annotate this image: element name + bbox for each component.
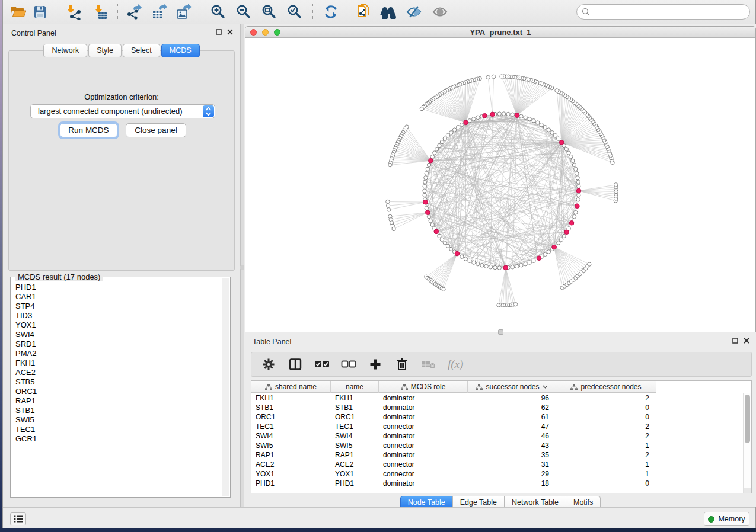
export-image-icon[interactable]: [173, 2, 193, 22]
mcds-panel: Optimization criterion: largest connecte…: [8, 50, 235, 271]
network-graph[interactable]: [245, 38, 755, 332]
search-network-icon[interactable]: [378, 2, 398, 22]
cell-name: RAP1: [331, 450, 379, 460]
export-network-icon[interactable]: [123, 2, 143, 22]
delete-columns-icon[interactable]: [394, 357, 410, 372]
close-panel-icon[interactable]: [744, 338, 749, 344]
save-session-icon[interactable]: [30, 2, 50, 22]
mcds-result-list[interactable]: PHD1CAR1STP4TID3YOX1SWI4SRD1PMA2FKH1ACE2…: [11, 280, 222, 496]
shared-column-icon: [570, 384, 578, 390]
table-row[interactable]: SWI5SWI5connector431: [251, 441, 743, 450]
column-header-shared-name[interactable]: shared name: [251, 381, 331, 393]
search-box[interactable]: [576, 4, 750, 20]
table-header-row: shared namenameMCDS rolesuccessor nodesp…: [251, 381, 656, 393]
open-session-icon[interactable]: [8, 2, 28, 22]
mcds-result-item[interactable]: PMA2: [15, 349, 222, 358]
table-row[interactable]: YOX1YOX1connector291: [251, 469, 743, 479]
mcds-result-item[interactable]: GCR1: [15, 434, 222, 444]
add-column-icon[interactable]: [368, 357, 383, 372]
network-window-title: YPA_prune.txt_1: [245, 28, 755, 37]
table-row[interactable]: ACE2ACE2connector311: [251, 460, 743, 469]
table-row[interactable]: FKH1FKH1dominator962: [251, 393, 743, 403]
column-header-successor-nodes[interactable]: successor nodes: [468, 381, 556, 393]
mcds-result-item[interactable]: ACE2: [15, 368, 222, 377]
zoom-out-icon[interactable]: [234, 2, 254, 22]
table-row[interactable]: STB1STB1dominator620: [251, 403, 743, 412]
mcds-result-item[interactable]: STP4: [15, 302, 222, 311]
table-settings-icon[interactable]: [261, 357, 276, 372]
mcds-result-item[interactable]: SRD1: [15, 339, 222, 349]
tab-style[interactable]: Style: [88, 44, 122, 57]
cell-predecessor_nodes: 0: [556, 412, 656, 422]
horizontal-divider-grip[interactable]: [498, 329, 503, 335]
cell-name: TEC1: [331, 422, 379, 431]
export-table-icon[interactable]: [149, 2, 169, 22]
cell-mcds_role: connector: [379, 469, 468, 479]
import-table-icon[interactable]: [91, 2, 111, 22]
shared-column-icon: [265, 384, 272, 390]
tab-select[interactable]: Select: [123, 44, 160, 57]
cell-mcds_role: dominator: [379, 393, 468, 403]
memory-button[interactable]: Memory: [704, 512, 749, 526]
zoom-in-icon[interactable]: [208, 2, 228, 22]
mcds-result-item[interactable]: SWI5: [15, 415, 222, 425]
cytoscape-window: Control Panel NetworkStyleSelectMCDS Opt…: [2, 0, 756, 528]
cell-predecessor_nodes: 0: [556, 403, 656, 412]
mcds-result-item[interactable]: RAP1: [15, 396, 222, 406]
column-header-name[interactable]: name: [331, 381, 379, 393]
mcds-result-scrollbar[interactable]: [222, 278, 229, 496]
table-row[interactable]: TEC1TEC1connector472: [251, 422, 743, 431]
mcds-result-item[interactable]: STB1: [15, 406, 222, 415]
clone-network-icon[interactable]: [353, 2, 374, 22]
column-header-predecessor-nodes[interactable]: predecessor nodes: [556, 381, 656, 393]
refresh-view-icon[interactable]: [321, 2, 341, 22]
cell-name: ORC1: [331, 412, 379, 422]
tab-network[interactable]: Network: [43, 44, 87, 57]
cell-successor_nodes: 47: [468, 422, 556, 431]
toolbar-separator: [117, 4, 118, 20]
mcds-result-item[interactable]: TID3: [15, 311, 222, 321]
close-panel-icon[interactable]: [227, 29, 233, 35]
cell-successor_nodes: 29: [468, 469, 556, 479]
zoom-selected-icon[interactable]: [285, 2, 305, 22]
cell-name: FKH1: [331, 393, 379, 403]
cell-predecessor_nodes: 2: [556, 422, 656, 431]
table-row[interactable]: PHD1PHD1dominator180: [251, 479, 743, 488]
mcds-result-item[interactable]: ORC1: [15, 387, 222, 396]
import-network-icon[interactable]: [64, 2, 84, 22]
column-label: name: [346, 383, 363, 391]
cell-shared_name: TEC1: [251, 422, 331, 431]
close-panel-button[interactable]: Close panel: [126, 123, 186, 137]
mcds-result-item[interactable]: YOX1: [15, 321, 222, 330]
network-view-window: YPA_prune.txt_1: [245, 26, 756, 332]
float-panel-icon[interactable]: [216, 29, 222, 35]
show-panels-icon[interactable]: [430, 2, 450, 22]
run-mcds-button[interactable]: Run MCDS: [60, 123, 117, 137]
table-row[interactable]: RAP1RAP1dominator352: [251, 450, 743, 460]
zoom-fit-icon[interactable]: [259, 2, 279, 22]
mcds-result-item[interactable]: PHD1: [15, 283, 222, 292]
select-all-rows-icon[interactable]: [314, 357, 330, 372]
cell-successor_nodes: 31: [468, 460, 556, 469]
tab-mcds[interactable]: MCDS: [161, 44, 200, 57]
task-history-button[interactable]: [10, 512, 26, 525]
network-window-titlebar[interactable]: YPA_prune.txt_1: [245, 27, 755, 38]
hide-panels-icon[interactable]: [404, 2, 424, 22]
deselect-all-rows-icon[interactable]: [341, 357, 356, 372]
mcds-result-item[interactable]: FKH1: [15, 358, 222, 368]
criterion-value: largest connected component (undirected): [38, 107, 183, 116]
show-columns-icon[interactable]: [288, 357, 303, 372]
table-scrollbar[interactable]: [743, 393, 751, 488]
mcds-result-item[interactable]: CAR1: [15, 292, 222, 302]
search-input[interactable]: [593, 8, 741, 16]
vertical-split-divider[interactable]: [240, 24, 244, 507]
table-row[interactable]: SWI4SWI4dominator462: [251, 431, 743, 441]
mcds-result-item[interactable]: SWI4: [15, 330, 222, 339]
table-row[interactable]: ORC1ORC1dominator610: [251, 412, 743, 422]
mcds-result-item[interactable]: STB5: [15, 377, 222, 387]
criterion-dropdown[interactable]: largest connected component (undirected): [30, 104, 215, 118]
float-panel-icon[interactable]: [732, 338, 738, 344]
mcds-result-item[interactable]: TEC1: [15, 425, 222, 434]
table-scrollbar-thumb[interactable]: [745, 395, 750, 443]
column-header-MCDS-role[interactable]: MCDS role: [379, 381, 468, 393]
